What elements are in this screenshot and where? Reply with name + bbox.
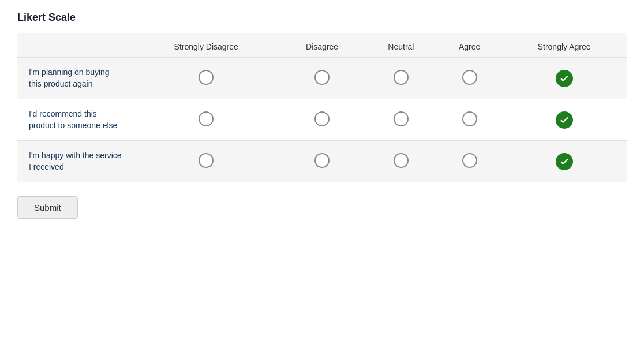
radio-cell-3-disagree[interactable] bbox=[279, 141, 364, 182]
table-row: I'd recommend this product to someone el… bbox=[17, 99, 627, 141]
col-header-strongly-agree: Strongly Agree bbox=[501, 33, 627, 58]
question-cell-3: I'm happy with the service I received bbox=[17, 141, 133, 182]
radio-cell-2-disagree[interactable] bbox=[279, 99, 364, 141]
table-row: I'm planning on buying this product agai… bbox=[17, 58, 627, 99]
col-header-disagree: Disagree bbox=[279, 33, 364, 58]
col-header-strongly-disagree: Strongly Disagree bbox=[133, 33, 279, 58]
radio-cell-2-strongly_disagree[interactable] bbox=[133, 99, 279, 141]
radio-empty-3-neutral[interactable] bbox=[394, 153, 409, 168]
question-cell-1: I'm planning on buying this product agai… bbox=[17, 58, 133, 99]
radio-empty-2-disagree[interactable] bbox=[314, 111, 330, 126]
question-cell-2: I'd recommend this product to someone el… bbox=[17, 99, 133, 141]
radio-cell-2-neutral[interactable] bbox=[365, 99, 437, 141]
radio-cell-1-strongly_disagree[interactable] bbox=[133, 58, 279, 99]
radio-cell-3-agree[interactable] bbox=[437, 141, 501, 182]
likert-scale-table: Strongly Disagree Disagree Neutral Agree… bbox=[17, 33, 627, 182]
radio-cell-3-neutral[interactable] bbox=[365, 141, 437, 182]
radio-empty-2-agree[interactable] bbox=[462, 111, 477, 126]
radio-cell-2-strongly_agree[interactable] bbox=[501, 99, 627, 141]
radio-empty-3-strongly_disagree[interactable] bbox=[199, 153, 214, 168]
radio-cell-1-disagree[interactable] bbox=[279, 58, 364, 99]
radio-cell-2-agree[interactable] bbox=[437, 99, 501, 141]
radio-empty-2-neutral[interactable] bbox=[394, 111, 409, 126]
radio-cell-3-strongly_agree[interactable] bbox=[501, 141, 627, 182]
radio-empty-1-agree[interactable] bbox=[462, 70, 477, 85]
radio-cell-1-strongly_agree[interactable] bbox=[501, 58, 627, 99]
col-header-question bbox=[17, 33, 133, 58]
radio-cell-1-neutral[interactable] bbox=[365, 58, 437, 99]
radio-cell-3-strongly_disagree[interactable] bbox=[133, 141, 279, 182]
col-header-neutral: Neutral bbox=[365, 33, 437, 58]
radio-empty-1-neutral[interactable] bbox=[394, 70, 409, 85]
radio-checked-icon-1-strongly_agree[interactable] bbox=[556, 70, 573, 87]
col-header-agree: Agree bbox=[437, 33, 501, 58]
radio-empty-3-disagree[interactable] bbox=[314, 153, 330, 168]
page-title: Likert Scale bbox=[17, 12, 627, 24]
submit-button[interactable]: Submit bbox=[17, 196, 78, 219]
radio-cell-1-agree[interactable] bbox=[437, 58, 501, 99]
radio-empty-1-disagree[interactable] bbox=[314, 70, 330, 85]
radio-empty-3-agree[interactable] bbox=[462, 153, 477, 168]
radio-checked-icon-2-strongly_agree[interactable] bbox=[556, 111, 573, 129]
table-row: I'm happy with the service I received bbox=[17, 141, 627, 182]
radio-empty-2-strongly_disagree[interactable] bbox=[199, 111, 214, 126]
radio-checked-icon-3-strongly_agree[interactable] bbox=[556, 153, 573, 170]
radio-empty-1-strongly_disagree[interactable] bbox=[199, 70, 214, 85]
